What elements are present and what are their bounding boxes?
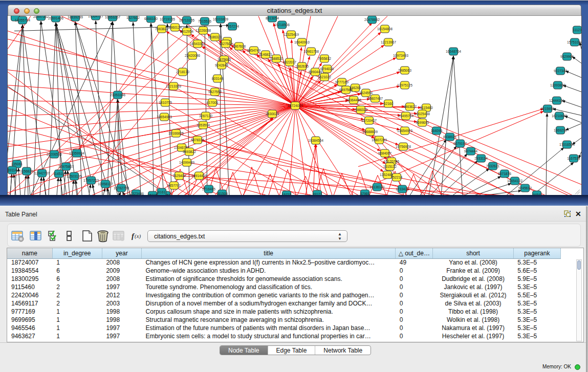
svg-text:(x): (x) bbox=[135, 233, 141, 239]
svg-text:12213369: 12213369 bbox=[166, 84, 181, 87]
svg-text:9699695: 9699695 bbox=[416, 120, 429, 124]
svg-text:1167533: 1167533 bbox=[567, 156, 580, 160]
svg-text:5716485: 5716485 bbox=[202, 187, 215, 190]
svg-text:15751074: 15751074 bbox=[567, 40, 581, 43]
svg-text:1615132: 1615132 bbox=[383, 164, 397, 168]
svg-text:1527602: 1527602 bbox=[126, 16, 140, 19]
svg-text:12975125: 12975125 bbox=[397, 83, 412, 86]
svg-text:2830023: 2830023 bbox=[266, 112, 279, 115]
svg-text:9329966: 9329966 bbox=[560, 54, 574, 58]
svg-text:12093832: 12093832 bbox=[550, 83, 565, 86]
svg-text:1621022: 1621022 bbox=[318, 75, 331, 78]
svg-text:10961758: 10961758 bbox=[303, 49, 319, 53]
svg-text:9463627: 9463627 bbox=[403, 104, 417, 108]
svg-text:8161: 8161 bbox=[158, 190, 166, 193]
svg-text:1362615: 1362615 bbox=[295, 64, 309, 68]
svg-text:417006: 417006 bbox=[207, 100, 219, 104]
svg-text:9227342: 9227342 bbox=[554, 69, 567, 72]
svg-text:18724007: 18724007 bbox=[288, 103, 303, 107]
svg-text:12213967: 12213967 bbox=[381, 40, 396, 43]
svg-text:8186323: 8186323 bbox=[208, 35, 222, 38]
svg-text:5878334: 5878334 bbox=[191, 138, 204, 141]
svg-text:17016504: 17016504 bbox=[559, 142, 575, 146]
svg-text:16648764: 16648764 bbox=[446, 49, 461, 53]
svg-text:6466160: 6466160 bbox=[144, 16, 158, 20]
svg-text:10653267: 10653267 bbox=[105, 16, 120, 19]
svg-text:9427552: 9427552 bbox=[208, 90, 222, 93]
svg-text:7485063: 7485063 bbox=[398, 68, 411, 72]
svg-text:13226058: 13226058 bbox=[195, 28, 211, 32]
svg-text:6497568: 6497568 bbox=[339, 87, 353, 91]
svg-text:9242848: 9242848 bbox=[215, 63, 228, 67]
svg-text:9684067: 9684067 bbox=[378, 151, 391, 155]
svg-text:21053346: 21053346 bbox=[110, 93, 125, 96]
svg-text:15720407: 15720407 bbox=[361, 118, 377, 122]
svg-text:8938921: 8938921 bbox=[443, 135, 456, 138]
svg-text:8990448: 8990448 bbox=[309, 70, 322, 73]
svg-text:7515526: 7515526 bbox=[198, 19, 211, 23]
svg-text:14055714: 14055714 bbox=[15, 18, 30, 21]
svg-text:8912954: 8912954 bbox=[180, 29, 193, 33]
svg-text:1156829: 1156829 bbox=[20, 169, 33, 172]
svg-text:12325419: 12325419 bbox=[284, 32, 299, 36]
svg-text:3493822: 3493822 bbox=[183, 149, 196, 153]
svg-text:10807487: 10807487 bbox=[367, 96, 383, 100]
svg-text:1353594: 1353594 bbox=[197, 123, 210, 126]
svg-text:20691406: 20691406 bbox=[48, 16, 63, 19]
svg-text:1588520: 1588520 bbox=[270, 56, 283, 60]
svg-text:9146821: 9146821 bbox=[259, 52, 272, 56]
svg-text:62160: 62160 bbox=[384, 101, 394, 105]
svg-text:18807249: 18807249 bbox=[372, 138, 387, 141]
svg-text:23495764: 23495764 bbox=[398, 114, 413, 117]
svg-text:10719155: 10719155 bbox=[160, 17, 175, 20]
svg-text:9327504: 9327504 bbox=[219, 41, 232, 45]
svg-text:8813054: 8813054 bbox=[266, 16, 279, 19]
svg-text:17957253: 17957253 bbox=[83, 178, 99, 182]
svg-text:1369292: 1369292 bbox=[554, 128, 567, 132]
svg-text:7986322: 7986322 bbox=[354, 107, 367, 111]
svg-text:8471876: 8471876 bbox=[498, 171, 511, 175]
svg-text:10654122: 10654122 bbox=[507, 179, 522, 182]
svg-text:20597352: 20597352 bbox=[33, 16, 49, 18]
svg-text:18839299: 18839299 bbox=[68, 16, 83, 19]
svg-text:16782759: 16782759 bbox=[114, 186, 129, 189]
svg-text:8215958: 8215958 bbox=[541, 106, 554, 110]
svg-text:9245612: 9245612 bbox=[518, 186, 532, 189]
svg-text:12942737: 12942737 bbox=[34, 171, 50, 174]
svg-text:14099489: 14099489 bbox=[179, 160, 194, 164]
svg-text:9857791: 9857791 bbox=[167, 183, 181, 187]
svg-text:2967608: 2967608 bbox=[232, 44, 246, 48]
svg-text:7625402: 7625402 bbox=[172, 173, 186, 177]
svg-text:10688609: 10688609 bbox=[362, 129, 378, 133]
svg-text:9777169: 9777169 bbox=[335, 80, 349, 83]
svg-text:19564717: 19564717 bbox=[88, 16, 103, 18]
svg-text:8322037: 8322037 bbox=[283, 60, 296, 63]
svg-text:8960124: 8960124 bbox=[168, 25, 182, 29]
svg-text:16640910: 16640910 bbox=[294, 40, 310, 43]
svg-text:8454749: 8454749 bbox=[247, 48, 260, 52]
svg-text:19654983: 19654983 bbox=[157, 115, 172, 118]
svg-text:16543362: 16543362 bbox=[190, 41, 205, 45]
svg-text:9474444: 9474444 bbox=[464, 149, 477, 152]
svg-text:252214: 252214 bbox=[391, 175, 403, 179]
svg-text:335061: 335061 bbox=[11, 162, 23, 165]
svg-text:7357274: 7357274 bbox=[226, 24, 239, 28]
svg-text:20364436: 20364436 bbox=[346, 98, 361, 101]
svg-text:1810755: 1810755 bbox=[159, 100, 172, 104]
svg-text:22420046: 22420046 bbox=[185, 53, 200, 57]
svg-text:7632621: 7632621 bbox=[486, 164, 499, 167]
svg-text:6794028: 6794028 bbox=[320, 67, 334, 70]
svg-text:39114: 39114 bbox=[8, 168, 17, 171]
svg-text:114519: 114519 bbox=[53, 171, 64, 175]
svg-text:803144: 803144 bbox=[212, 76, 224, 80]
svg-text:6679197: 6679197 bbox=[453, 141, 467, 145]
svg-text:3267130: 3267130 bbox=[199, 114, 212, 117]
svg-text:20206535: 20206535 bbox=[47, 152, 62, 156]
svg-text:19384554: 19384554 bbox=[308, 138, 323, 142]
svg-text:20478682: 20478682 bbox=[364, 17, 380, 21]
svg-text:14136141: 14136141 bbox=[369, 185, 385, 188]
svg-text:19756928: 19756928 bbox=[396, 144, 411, 148]
svg-text:7955812: 7955812 bbox=[318, 56, 331, 60]
svg-text:2718170: 2718170 bbox=[176, 70, 189, 73]
svg-text:11123: 11123 bbox=[573, 28, 581, 31]
